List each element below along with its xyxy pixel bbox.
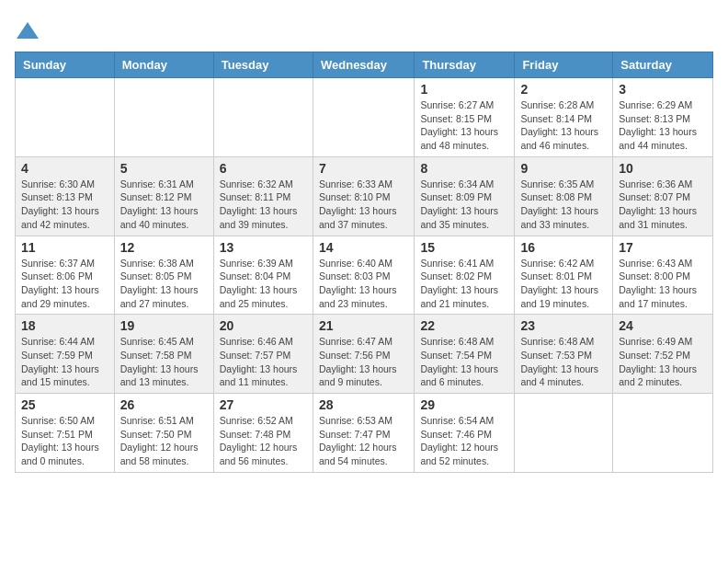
day-number: 12	[120, 240, 208, 255]
day-number: 16	[520, 240, 607, 255]
day-info: Sunrise: 6:52 AM Sunset: 7:48 PM Dayligh…	[220, 414, 307, 468]
day-number: 22	[420, 318, 508, 333]
calendar-cell: 16Sunrise: 6:42 AM Sunset: 8:01 PM Dayli…	[515, 236, 613, 315]
calendar-cell: 9Sunrise: 6:35 AM Sunset: 8:08 PM Daylig…	[515, 156, 613, 236]
calendar-cell: 19Sunrise: 6:45 AM Sunset: 7:58 PM Dayli…	[114, 315, 213, 394]
day-number: 8	[420, 161, 508, 176]
day-header-monday: Monday	[114, 52, 213, 78]
day-info: Sunrise: 6:42 AM Sunset: 8:01 PM Dayligh…	[520, 257, 607, 311]
day-number: 19	[120, 318, 208, 333]
day-info: Sunrise: 6:49 AM Sunset: 7:52 PM Dayligh…	[619, 335, 707, 389]
calendar-cell: 1Sunrise: 6:27 AM Sunset: 8:15 PM Daylig…	[415, 78, 515, 157]
day-info: Sunrise: 6:29 AM Sunset: 8:13 PM Dayligh…	[619, 98, 707, 153]
day-info: Sunrise: 6:41 AM Sunset: 8:02 PM Dayligh…	[420, 257, 508, 311]
day-info: Sunrise: 6:40 AM Sunset: 8:03 PM Dayligh…	[319, 257, 408, 311]
calendar-cell: 2Sunrise: 6:28 AM Sunset: 8:14 PM Daylig…	[515, 78, 613, 157]
day-info: Sunrise: 6:39 AM Sunset: 8:04 PM Dayligh…	[220, 257, 307, 311]
calendar-cell: 17Sunrise: 6:43 AM Sunset: 8:00 PM Dayli…	[613, 236, 713, 315]
day-number: 23	[520, 318, 607, 333]
day-header-thursday: Thursday	[415, 52, 515, 78]
calendar-cell: 10Sunrise: 6:36 AM Sunset: 8:07 PM Dayli…	[613, 156, 713, 236]
calendar-cell: 3Sunrise: 6:29 AM Sunset: 8:13 PM Daylig…	[613, 78, 713, 157]
calendar-cell: 12Sunrise: 6:38 AM Sunset: 8:05 PM Dayli…	[114, 236, 213, 315]
day-header-sunday: Sunday	[16, 52, 115, 78]
day-number: 10	[619, 161, 707, 176]
day-info: Sunrise: 6:48 AM Sunset: 7:53 PM Dayligh…	[520, 335, 607, 389]
day-number: 25	[21, 397, 108, 412]
calendar-cell: 25Sunrise: 6:50 AM Sunset: 7:51 PM Dayli…	[16, 394, 115, 473]
calendar-cell	[213, 78, 313, 157]
calendar-cell	[114, 78, 213, 157]
day-info: Sunrise: 6:27 AM Sunset: 8:15 PM Dayligh…	[420, 98, 508, 153]
day-info: Sunrise: 6:48 AM Sunset: 7:54 PM Dayligh…	[420, 335, 508, 389]
calendar-cell: 20Sunrise: 6:46 AM Sunset: 7:57 PM Dayli…	[213, 315, 313, 394]
day-number: 18	[21, 318, 108, 333]
day-number: 17	[619, 240, 707, 255]
calendar-cell: 6Sunrise: 6:32 AM Sunset: 8:11 PM Daylig…	[213, 156, 313, 236]
calendar-week-1: 1Sunrise: 6:27 AM Sunset: 8:15 PM Daylig…	[16, 78, 713, 157]
calendar-week-5: 25Sunrise: 6:50 AM Sunset: 7:51 PM Dayli…	[16, 394, 713, 473]
day-info: Sunrise: 6:37 AM Sunset: 8:06 PM Dayligh…	[21, 257, 108, 311]
day-number: 6	[220, 161, 307, 176]
day-info: Sunrise: 6:36 AM Sunset: 8:07 PM Dayligh…	[619, 178, 707, 232]
day-number: 27	[220, 397, 307, 412]
calendar-cell	[16, 78, 115, 157]
day-info: Sunrise: 6:35 AM Sunset: 8:08 PM Dayligh…	[520, 178, 607, 232]
day-number: 9	[520, 161, 607, 176]
day-number: 3	[619, 82, 707, 97]
calendar-cell: 7Sunrise: 6:33 AM Sunset: 8:10 PM Daylig…	[313, 156, 414, 236]
calendar-week-4: 18Sunrise: 6:44 AM Sunset: 7:59 PM Dayli…	[16, 315, 713, 394]
day-info: Sunrise: 6:53 AM Sunset: 7:47 PM Dayligh…	[319, 414, 408, 468]
calendar-cell: 21Sunrise: 6:47 AM Sunset: 7:56 PM Dayli…	[313, 315, 414, 394]
day-number: 21	[319, 318, 408, 333]
day-info: Sunrise: 6:33 AM Sunset: 8:10 PM Dayligh…	[319, 178, 408, 232]
day-number: 2	[520, 82, 607, 97]
day-info: Sunrise: 6:47 AM Sunset: 7:56 PM Dayligh…	[319, 335, 408, 389]
calendar: SundayMondayTuesdayWednesdayThursdayFrid…	[15, 52, 713, 473]
calendar-cell: 8Sunrise: 6:34 AM Sunset: 8:09 PM Daylig…	[415, 156, 515, 236]
day-number: 28	[319, 397, 408, 412]
day-number: 13	[220, 240, 307, 255]
calendar-cell: 4Sunrise: 6:30 AM Sunset: 8:13 PM Daylig…	[16, 156, 115, 236]
day-number: 24	[619, 318, 707, 333]
calendar-cell: 14Sunrise: 6:40 AM Sunset: 8:03 PM Dayli…	[313, 236, 414, 315]
header	[15, 15, 713, 44]
calendar-cell: 23Sunrise: 6:48 AM Sunset: 7:53 PM Dayli…	[515, 315, 613, 394]
day-info: Sunrise: 6:45 AM Sunset: 7:58 PM Dayligh…	[120, 335, 208, 389]
calendar-cell: 11Sunrise: 6:37 AM Sunset: 8:06 PM Dayli…	[16, 236, 115, 315]
calendar-cell: 22Sunrise: 6:48 AM Sunset: 7:54 PM Dayli…	[415, 315, 515, 394]
calendar-cell: 5Sunrise: 6:31 AM Sunset: 8:12 PM Daylig…	[114, 156, 213, 236]
day-number: 26	[120, 397, 208, 412]
day-info: Sunrise: 6:28 AM Sunset: 8:14 PM Dayligh…	[520, 98, 607, 153]
day-info: Sunrise: 6:30 AM Sunset: 8:13 PM Dayligh…	[21, 178, 108, 232]
day-info: Sunrise: 6:51 AM Sunset: 7:50 PM Dayligh…	[120, 414, 208, 468]
calendar-cell: 13Sunrise: 6:39 AM Sunset: 8:04 PM Dayli…	[213, 236, 313, 315]
calendar-cell: 24Sunrise: 6:49 AM Sunset: 7:52 PM Dayli…	[613, 315, 713, 394]
day-info: Sunrise: 6:54 AM Sunset: 7:46 PM Dayligh…	[420, 414, 508, 468]
calendar-cell: 27Sunrise: 6:52 AM Sunset: 7:48 PM Dayli…	[213, 394, 313, 473]
day-number: 11	[21, 240, 108, 255]
calendar-cell	[313, 78, 414, 157]
day-header-tuesday: Tuesday	[213, 52, 313, 78]
day-info: Sunrise: 6:46 AM Sunset: 7:57 PM Dayligh…	[220, 335, 307, 389]
calendar-cell	[613, 394, 713, 473]
calendar-cell: 18Sunrise: 6:44 AM Sunset: 7:59 PM Dayli…	[16, 315, 115, 394]
calendar-cell: 28Sunrise: 6:53 AM Sunset: 7:47 PM Dayli…	[313, 394, 414, 473]
svg-marker-0	[17, 22, 39, 39]
day-number: 29	[420, 397, 508, 412]
calendar-cell: 26Sunrise: 6:51 AM Sunset: 7:50 PM Dayli…	[114, 394, 213, 473]
day-info: Sunrise: 6:31 AM Sunset: 8:12 PM Dayligh…	[120, 178, 208, 232]
calendar-cell: 15Sunrise: 6:41 AM Sunset: 8:02 PM Dayli…	[415, 236, 515, 315]
calendar-week-3: 11Sunrise: 6:37 AM Sunset: 8:06 PM Dayli…	[16, 236, 713, 315]
day-info: Sunrise: 6:38 AM Sunset: 8:05 PM Dayligh…	[120, 257, 208, 311]
calendar-cell	[515, 394, 613, 473]
calendar-cell: 29Sunrise: 6:54 AM Sunset: 7:46 PM Dayli…	[415, 394, 515, 473]
day-number: 14	[319, 240, 408, 255]
day-number: 15	[420, 240, 508, 255]
day-header-friday: Friday	[515, 52, 613, 78]
calendar-week-2: 4Sunrise: 6:30 AM Sunset: 8:13 PM Daylig…	[16, 156, 713, 236]
day-info: Sunrise: 6:34 AM Sunset: 8:09 PM Dayligh…	[420, 178, 508, 232]
day-number: 20	[220, 318, 307, 333]
day-number: 1	[420, 82, 508, 97]
day-info: Sunrise: 6:43 AM Sunset: 8:00 PM Dayligh…	[619, 257, 707, 311]
